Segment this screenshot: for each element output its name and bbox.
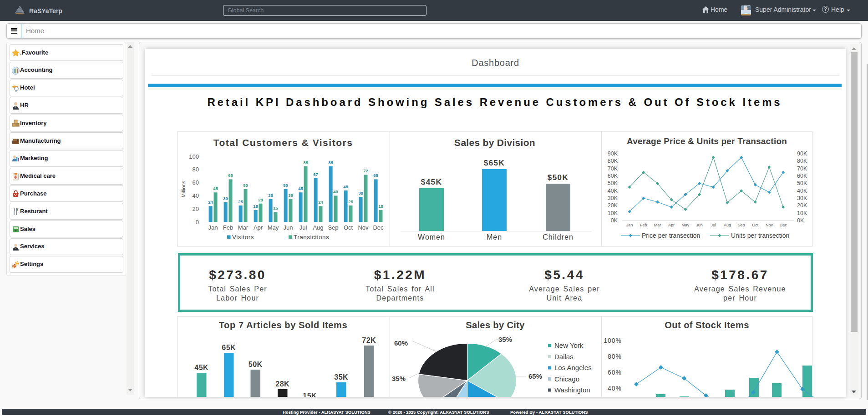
svg-text:Mar: Mar bbox=[238, 224, 249, 231]
svg-text:Total Sales Per: Total Sales Per bbox=[208, 285, 267, 293]
svg-text:Jan: Jan bbox=[208, 224, 218, 231]
svg-text:Sales by Division: Sales by Division bbox=[454, 137, 535, 148]
svg-text:100: 100 bbox=[189, 153, 199, 160]
svg-text:65: 65 bbox=[228, 173, 233, 178]
svg-text:45K: 45K bbox=[194, 364, 208, 371]
svg-text:New York: New York bbox=[554, 341, 584, 349]
svg-text:48: 48 bbox=[343, 184, 348, 189]
svg-text:67: 67 bbox=[313, 172, 318, 177]
svg-text:24: 24 bbox=[208, 200, 213, 205]
svg-text:Sep: Sep bbox=[328, 224, 338, 231]
svg-text:72: 72 bbox=[363, 168, 368, 173]
svg-text:Oct: Oct bbox=[344, 224, 353, 231]
svg-text:85: 85 bbox=[303, 160, 308, 165]
svg-text:60%: 60% bbox=[394, 339, 408, 347]
svg-text:Average Price & Units per Tran: Average Price & Units per Transaction bbox=[627, 136, 787, 146]
svg-text:60: 60 bbox=[193, 179, 199, 186]
svg-text:Retail KPI Dashboard Showing S: Retail KPI Dashboard Showing Sales Reven… bbox=[207, 96, 782, 108]
svg-text:80%: 80% bbox=[608, 353, 622, 360]
svg-text:per Hour: per Hour bbox=[723, 294, 757, 302]
svg-text:45: 45 bbox=[298, 186, 303, 191]
svg-text:40%: 40% bbox=[608, 385, 622, 392]
svg-text:65%: 65% bbox=[528, 372, 542, 380]
svg-text:Dailas: Dailas bbox=[554, 353, 574, 361]
svg-text:25: 25 bbox=[238, 199, 243, 204]
svg-text:Mar: Mar bbox=[654, 223, 661, 227]
svg-text:100%: 100% bbox=[604, 337, 622, 344]
svg-text:10K: 10K bbox=[608, 210, 618, 216]
svg-text:50K: 50K bbox=[608, 180, 618, 186]
svg-text:Unit Area: Unit Area bbox=[547, 294, 583, 302]
svg-text:$50K: $50K bbox=[548, 173, 569, 182]
svg-text:70K: 70K bbox=[608, 165, 618, 172]
svg-text:0: 0 bbox=[196, 219, 199, 226]
svg-text:Sales by City: Sales by City bbox=[466, 320, 525, 330]
svg-text:Jul: Jul bbox=[711, 223, 716, 227]
svg-text:0K: 0K bbox=[611, 217, 618, 224]
svg-text:Apr: Apr bbox=[254, 224, 263, 231]
svg-text:Jul: Jul bbox=[299, 224, 307, 231]
svg-text:Children: Children bbox=[543, 233, 574, 241]
svg-text:Dec: Dec bbox=[373, 224, 384, 231]
svg-text:Chicago: Chicago bbox=[554, 375, 579, 383]
svg-text:$1.22M: $1.22M bbox=[374, 268, 426, 282]
svg-text:Visitors: Visitors bbox=[232, 234, 254, 241]
svg-text:Oct: Oct bbox=[752, 223, 759, 227]
svg-text:Apr: Apr bbox=[668, 223, 675, 227]
svg-text:Aug: Aug bbox=[313, 224, 323, 231]
svg-text:35: 35 bbox=[268, 193, 273, 198]
svg-text:24: 24 bbox=[318, 200, 323, 205]
svg-text:40: 40 bbox=[333, 189, 338, 194]
svg-text:15: 15 bbox=[273, 205, 278, 211]
svg-text:72K: 72K bbox=[362, 336, 376, 344]
svg-text:Nov: Nov bbox=[766, 223, 773, 227]
svg-text:35K: 35K bbox=[334, 373, 348, 381]
svg-text:10K: 10K bbox=[797, 210, 807, 216]
svg-text:Labor Hour: Labor Hour bbox=[216, 294, 259, 302]
svg-text:40K: 40K bbox=[797, 188, 807, 194]
svg-text:0K: 0K bbox=[797, 217, 804, 224]
svg-text:Top 7 Articles by Sold Items: Top 7 Articles by Sold Items bbox=[219, 320, 347, 330]
svg-text:May: May bbox=[681, 223, 690, 227]
svg-text:Total Sales for All: Total Sales for All bbox=[365, 285, 435, 293]
svg-text:45: 45 bbox=[213, 186, 218, 191]
svg-text:70K: 70K bbox=[797, 165, 807, 172]
svg-text:15K: 15K bbox=[303, 392, 317, 397]
svg-text:35%: 35% bbox=[498, 336, 512, 343]
svg-text:Average Sales per: Average Sales per bbox=[529, 285, 600, 293]
svg-text:20K: 20K bbox=[797, 202, 807, 209]
svg-text:25: 25 bbox=[348, 199, 353, 204]
svg-text:Jun: Jun bbox=[696, 223, 703, 227]
svg-text:$273.80: $273.80 bbox=[209, 268, 266, 282]
svg-text:50: 50 bbox=[243, 183, 248, 188]
svg-text:60%: 60% bbox=[608, 369, 622, 376]
svg-text:80K: 80K bbox=[608, 158, 618, 164]
svg-text:Feb: Feb bbox=[640, 223, 647, 227]
svg-text:50K: 50K bbox=[797, 180, 807, 186]
svg-text:80: 80 bbox=[193, 166, 199, 173]
svg-text:Price per transection: Price per transection bbox=[642, 232, 700, 239]
svg-text:Men: Men bbox=[487, 233, 502, 241]
svg-text:Aug: Aug bbox=[724, 223, 731, 227]
svg-text:Out of Stock Items: Out of Stock Items bbox=[665, 320, 749, 330]
svg-text:Jan: Jan bbox=[626, 223, 633, 227]
svg-text:20K: 20K bbox=[608, 202, 618, 209]
svg-text:$5.44: $5.44 bbox=[544, 268, 584, 282]
svg-text:85: 85 bbox=[328, 160, 333, 165]
svg-text:50: 50 bbox=[283, 183, 288, 188]
svg-text:65K: 65K bbox=[222, 344, 236, 351]
svg-text:35: 35 bbox=[288, 193, 293, 198]
svg-text:18: 18 bbox=[378, 204, 383, 209]
svg-text:Sep: Sep bbox=[738, 223, 745, 227]
svg-text:$45K: $45K bbox=[421, 178, 442, 186]
svg-text:60K: 60K bbox=[797, 173, 807, 179]
svg-text:30: 30 bbox=[223, 196, 228, 201]
svg-text:35%: 35% bbox=[392, 375, 406, 382]
svg-text:30K: 30K bbox=[608, 195, 618, 201]
svg-text:Total Customers & Visitors: Total Customers & Visitors bbox=[213, 137, 353, 148]
svg-text:Feb: Feb bbox=[223, 224, 233, 231]
svg-text:Washington: Washington bbox=[554, 386, 590, 394]
svg-text:65: 65 bbox=[373, 173, 378, 178]
svg-text:20: 20 bbox=[193, 205, 199, 212]
svg-text:30K: 30K bbox=[797, 195, 807, 201]
